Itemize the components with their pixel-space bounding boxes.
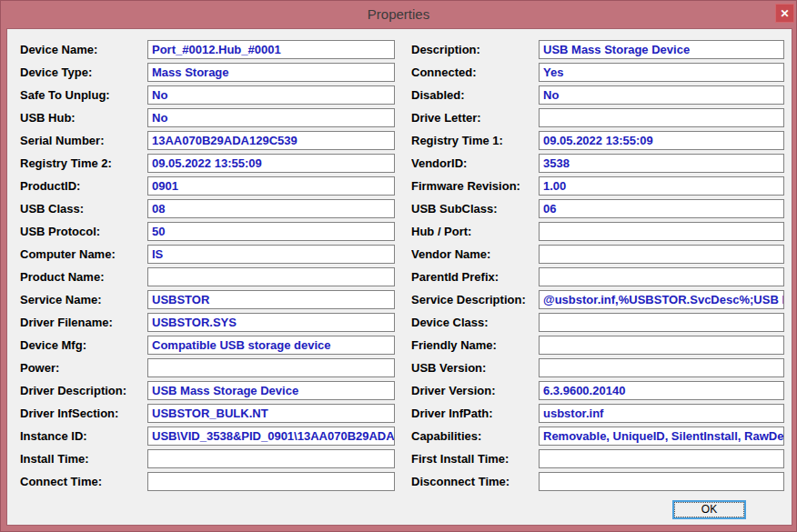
field-label: Driver InfSection: [20, 407, 147, 420]
field-value-input[interactable] [539, 245, 784, 264]
field-value-input[interactable] [147, 63, 395, 82]
field-label: Disabled: [411, 88, 539, 102]
field-value-input[interactable] [539, 449, 784, 468]
field-value-input[interactable] [147, 222, 395, 241]
field-row: USB Class: [20, 199, 400, 218]
field-label: Service Description: [411, 293, 539, 306]
field-label: Device Type: [20, 65, 147, 79]
field-label: Driver InfPath: [411, 407, 539, 420]
field-value-input[interactable] [147, 85, 395, 105]
field-label: Drive Letter: [411, 111, 539, 125]
right-column: Description: Connected: Disabled: Drive … [411, 40, 790, 495]
field-row: USB Version: [411, 358, 790, 377]
close-icon: ✕ [780, 7, 789, 20]
field-value-input[interactable] [539, 336, 784, 355]
field-value-input[interactable] [539, 381, 784, 400]
field-label: Registry Time 1: [411, 134, 539, 147]
field-label: Hub / Port: [411, 225, 539, 238]
field-value-input[interactable] [147, 199, 395, 218]
field-row: ParentId Prefix: [411, 267, 790, 286]
field-value-input[interactable] [147, 472, 395, 491]
close-button[interactable]: ✕ [775, 4, 794, 23]
field-label: Device Name: [20, 43, 147, 56]
field-value-input[interactable] [539, 427, 784, 446]
field-value-input[interactable] [147, 449, 395, 468]
field-row: Hub / Port: [411, 222, 790, 241]
field-row: Vendor Name: [411, 245, 790, 264]
field-label: ProductID: [20, 179, 147, 193]
field-value-input[interactable] [539, 313, 784, 332]
field-label: ParentId Prefix: [411, 270, 539, 284]
field-value-input[interactable] [539, 85, 784, 105]
field-value-input[interactable] [147, 358, 395, 377]
field-value-input[interactable] [147, 131, 395, 150]
window-title: Properties [1, 6, 796, 22]
field-label: VendorID: [411, 156, 539, 170]
field-value-input[interactable] [147, 313, 395, 332]
field-row: Disconnect Time: [411, 472, 790, 491]
field-row: Device Name: [20, 40, 400, 59]
ok-button[interactable]: OK [672, 500, 746, 519]
field-row: Computer Name: [20, 245, 400, 264]
field-row: Service Description: [411, 290, 790, 309]
ok-button-label: OK [674, 502, 744, 517]
field-row: Description: [411, 40, 790, 59]
field-label: Description: [411, 43, 539, 56]
field-value-input[interactable] [539, 267, 784, 286]
field-label: Service Name: [20, 293, 147, 306]
field-row: Driver InfPath: [411, 404, 790, 423]
field-row: VendorID: [411, 154, 790, 173]
field-value-input[interactable] [147, 427, 395, 446]
field-value-input[interactable] [539, 358, 784, 377]
field-label: Driver Version: [411, 384, 539, 397]
field-value-input[interactable] [539, 108, 784, 127]
field-row: USB Protocol: [20, 222, 400, 241]
field-value-input[interactable] [147, 154, 395, 173]
properties-window: Properties ✕ Device Name: Device Type: S… [0, 0, 797, 532]
dialog-body: Device Name: Device Type: Safe To Unplug… [6, 28, 792, 526]
field-value-input[interactable] [539, 40, 784, 59]
field-value-input[interactable] [147, 381, 395, 400]
field-label: Registry Time 2: [20, 156, 147, 170]
field-value-input[interactable] [147, 267, 395, 286]
field-value-input[interactable] [147, 404, 395, 423]
field-value-input[interactable] [539, 199, 784, 218]
field-value-input[interactable] [539, 222, 784, 241]
field-value-input[interactable] [539, 154, 784, 173]
field-value-input[interactable] [539, 176, 784, 196]
field-label: Safe To Unplug: [20, 88, 147, 102]
field-label: Disconnect Time: [411, 475, 539, 488]
field-row: Disabled: [411, 85, 790, 105]
field-row: Driver Version: [411, 381, 790, 400]
field-row: Device Type: [20, 63, 400, 82]
field-row: Safe To Unplug: [20, 85, 400, 105]
field-label: Driver Filename: [20, 316, 147, 329]
field-label: Serial Number: [20, 134, 147, 147]
field-row: Service Name: [20, 290, 400, 309]
field-value-input[interactable] [147, 245, 395, 264]
field-value-input[interactable] [539, 472, 784, 491]
field-row: First Install Time: [411, 449, 790, 468]
field-value-input[interactable] [147, 336, 395, 355]
field-row: Power: [20, 358, 400, 377]
field-row: Device Class: [411, 313, 790, 332]
field-label: Power: [20, 361, 147, 375]
field-row: ProductID: [20, 176, 400, 196]
field-label: Device Class: [411, 316, 539, 329]
field-value-input[interactable] [147, 176, 395, 196]
field-label: USB SubClass: [411, 202, 539, 216]
field-label: Connect Time: [20, 475, 147, 488]
field-value-input[interactable] [147, 290, 395, 309]
field-row: Instance ID: [20, 427, 400, 446]
field-value-input[interactable] [539, 404, 784, 423]
field-value-input[interactable] [539, 131, 784, 150]
field-label: Friendly Name: [411, 338, 539, 352]
field-label: USB Hub: [20, 111, 147, 125]
field-value-input[interactable] [539, 63, 784, 82]
field-value-input[interactable] [147, 108, 395, 127]
field-row: Driver InfSection: [20, 404, 400, 423]
field-value-input[interactable] [539, 290, 784, 309]
field-value-input[interactable] [147, 40, 395, 59]
titlebar[interactable]: Properties ✕ [1, 1, 796, 28]
field-row: Capabilities: [411, 427, 790, 446]
